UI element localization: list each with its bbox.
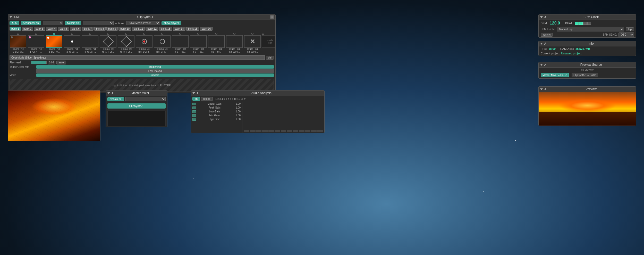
ch-3[interactable]: 3: [219, 98, 221, 100]
clip-10-radio[interactable]: [179, 33, 181, 35]
trigger-value[interactable]: Beginning: [36, 65, 274, 69]
clip-11-radio[interactable]: [197, 33, 199, 35]
clip-6[interactable]: Drums_Intro_1_:_28...: [100, 32, 117, 53]
clip-3-radio[interactable]: [53, 33, 55, 35]
playhead-bar[interactable]: [31, 61, 47, 64]
bank-1-button[interactable]: bank 1: [10, 27, 21, 31]
sequencer-button[interactable]: sequencer on: [21, 21, 41, 25]
preset-select[interactable]: Save Media Preset: [126, 21, 160, 25]
ch-4[interactable]: 4: [222, 98, 223, 100]
bpm-value[interactable]: 120.0: [550, 21, 560, 26]
bank-5-button[interactable]: bank 5: [58, 27, 69, 31]
clip-2-radio[interactable]: [35, 33, 37, 35]
bpm-send-select[interactable]: OSC: [618, 32, 634, 37]
bank-11-button[interactable]: bank 11: [132, 27, 145, 31]
info-collapse-icon[interactable]: [540, 43, 543, 45]
ch-9[interactable]: 9: [232, 98, 233, 100]
audio-analysis-collapse-icon[interactable]: [192, 92, 195, 94]
audio-on-button[interactable]: on: [192, 97, 200, 101]
clip-10-thumb[interactable]: [172, 35, 189, 48]
fxchain-select[interactable]: [83, 21, 114, 25]
bank-3-button[interactable]: bank 3: [34, 27, 45, 31]
high-gain-bar[interactable]: [192, 118, 196, 121]
ch-8[interactable]: 8: [230, 98, 231, 100]
show-players-button[interactable]: show players: [162, 21, 181, 25]
bank-6-button[interactable]: bank 6: [70, 27, 81, 31]
bpm-from-select[interactable]: Manual/Tap: [557, 27, 624, 31]
beat-3[interactable]: [583, 22, 587, 25]
clip-9-radio[interactable]: [161, 33, 163, 35]
mid-gain-bar[interactable]: [192, 114, 196, 117]
clip-10[interactable]: Organ_Intro_1_:_96...: [172, 32, 189, 53]
preview-collapse-icon[interactable]: [540, 88, 543, 90]
ch-2[interactable]: 2: [217, 98, 219, 100]
ch-6[interactable]: 6: [226, 98, 227, 100]
clip-12-thumb[interactable]: [208, 35, 225, 48]
ch-12[interactable]: 12: [241, 98, 243, 100]
clipsynth-preview-button[interactable]: ClipSynth-1 – CoGe: [572, 73, 598, 77]
clip-11[interactable]: Organ_Intro_3_:_96...: [190, 32, 207, 53]
bank-10-button[interactable]: bank 10: [118, 27, 131, 31]
clip-1[interactable]: Drums_Fill1_BG:_2...: [10, 32, 27, 53]
ch-11[interactable]: 11: [237, 98, 240, 100]
auto-button[interactable]: auto: [56, 61, 66, 64]
player-del-button[interactable]: del: [266, 56, 274, 60]
ch-p[interactable]: P: [244, 98, 245, 100]
clip-7[interactable]: Drums_Intro_3_:_28...: [118, 32, 135, 53]
clip-13[interactable]: Organ_Intro2_Wire...: [226, 32, 243, 53]
ch-10[interactable]: 10: [234, 98, 236, 100]
clip-5-radio[interactable]: [89, 33, 91, 35]
clip-14[interactable]: ✕ Organ_Intro2_Wire...: [244, 32, 261, 53]
clip-4[interactable]: Drums_Fill2_GFX:_...: [64, 32, 81, 53]
aps-button[interactable]: APS: [10, 21, 19, 25]
master-gain-bar[interactable]: [192, 103, 196, 105]
resync-button[interactable]: resync: [541, 33, 553, 37]
beat-2[interactable]: [579, 22, 583, 25]
clip-11-thumb[interactable]: [190, 35, 207, 48]
clip-1-thumb[interactable]: [10, 35, 26, 48]
bank-7-button[interactable]: bank 7: [82, 27, 94, 31]
mixer-clipsynth-button[interactable]: ClipSynth-1: [107, 103, 166, 109]
clip-13-radio[interactable]: [233, 33, 235, 35]
clip-13-thumb[interactable]: [226, 35, 243, 48]
sequencer-select[interactable]: [43, 21, 63, 25]
bank-12-button[interactable]: bank 12: [146, 27, 158, 31]
clip-6-thumb[interactable]: [100, 35, 116, 48]
clip-7-thumb[interactable]: [118, 35, 134, 48]
clip-9-thumb[interactable]: [154, 35, 171, 48]
media-slot-1-radio[interactable]: [262, 33, 264, 35]
bank-4-button[interactable]: bank 4: [46, 27, 57, 31]
clip-12-radio[interactable]: [215, 33, 217, 35]
clip-2[interactable]: Drums_Fill1_GFX_:_...: [28, 32, 45, 53]
clip-2-thumb[interactable]: [28, 35, 44, 48]
clipsynth-collapse-icon[interactable]: [10, 16, 12, 18]
clip-14-radio[interactable]: [251, 33, 253, 35]
master-mixer-fxchain-button[interactable]: fxchain on: [107, 97, 124, 101]
ch-1[interactable]: 1: [215, 98, 217, 100]
bank-8-button[interactable]: bank 8: [94, 27, 106, 31]
media-slot-1-box[interactable]: mediaslot: [262, 35, 275, 48]
striped-area[interactable]: right-click on the stripped area to add …: [10, 79, 274, 92]
clipsynth-close-button[interactable]: ×: [270, 15, 274, 19]
clip-5[interactable]: Drums_Fill3_GFX:_...: [82, 32, 99, 53]
beat-1[interactable]: [575, 22, 579, 25]
audio-reload-button[interactable]: reload: [201, 97, 213, 101]
clip-14-thumb[interactable]: ✕: [244, 35, 261, 48]
clip-12[interactable]: Organ_Intro2_Thic...: [208, 32, 225, 53]
clip-8[interactable]: Drums_Verse_BG:_5.: [136, 32, 153, 53]
ch-7[interactable]: 7: [228, 98, 229, 100]
beat-4[interactable]: [587, 22, 591, 25]
master-mixer-preview-button[interactable]: Master Mixer – CoGe: [541, 73, 569, 77]
low-gain-bar[interactable]: [192, 110, 196, 113]
clip-3[interactable]: Drums_Fill2_BG:_9...: [46, 32, 63, 53]
clip-3-thumb[interactable]: [46, 35, 62, 48]
clip-4-radio[interactable]: [71, 33, 73, 35]
mode-value[interactable]: forward: [36, 73, 274, 77]
bpm-collapse-icon[interactable]: [540, 16, 543, 18]
bank-9-button[interactable]: bank 9: [106, 27, 118, 31]
bank-2-button[interactable]: bank 2: [22, 27, 33, 31]
clip-9[interactable]: Drums_Verse_GFX:_.: [154, 32, 171, 53]
master-mixer-fxchain-select[interactable]: [125, 97, 166, 101]
bank-13-button[interactable]: bank 13: [159, 27, 172, 31]
media-slot-1[interactable]: mediaslot: [262, 32, 275, 53]
